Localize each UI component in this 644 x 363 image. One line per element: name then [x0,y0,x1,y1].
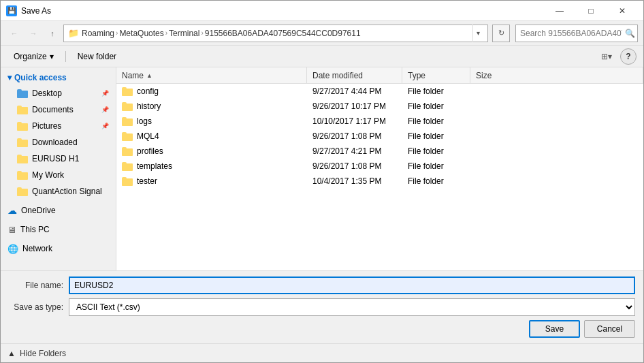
filename-label: File name: [9,281,63,290]
cell-date: 9/26/2017 10:17 PM [308,99,404,114]
sidebar-item-desktop[interactable]: Desktop 📌 [1,85,116,101]
address-dropdown[interactable]: ▾ [472,25,483,42]
sidebar-item-quantaction[interactable]: QuantAction Signal [1,183,116,200]
table-row[interactable]: tester 10/4/2017 1:35 PM File folder [116,174,643,189]
table-row[interactable]: logs 10/10/2017 1:17 PM File folder [116,114,643,129]
file-area: Name ▲ Date modified Type Size config 9/… [116,67,643,270]
folder-icon-small: 📁 [68,28,79,38]
view-arrow: ▾ [608,52,612,61]
sidebar-item-pictures[interactable]: Pictures 📌 [1,118,116,134]
refresh-button[interactable]: ↻ [492,25,510,42]
footer-buttons: Save Cancel [9,320,635,338]
cell-type: File folder [404,144,472,159]
sep1: › [116,29,118,37]
save-button[interactable]: Save [529,320,580,338]
documents-folder-icon [17,106,28,114]
filename-input[interactable] [69,277,635,294]
col-name-label: Name [122,71,144,80]
main-content: ▾ Quick access Desktop 📌 Documents 📌 Pic… [1,67,643,270]
eurusd-folder-icon [17,155,28,163]
sidebar-item-label: EURUSD H1 [32,154,79,163]
minimize-button[interactable]: — [544,1,575,21]
folder-icon [122,117,133,126]
column-date[interactable]: Date modified [307,67,402,83]
sort-arrow: ▲ [146,72,152,79]
help-button[interactable]: ? [620,48,637,65]
folder-icon [122,87,133,96]
close-button[interactable]: ✕ [607,1,638,21]
cell-name: MQL4 [118,129,308,144]
pin-icon: 📌 [101,90,109,97]
toolbar-divider [65,51,66,62]
address-terminal[interactable]: Terminal [169,29,199,38]
cell-size [472,84,642,99]
sidebar-item-downloaded[interactable]: Downloaded [1,134,116,151]
address-roaming[interactable]: Roaming [82,29,114,38]
filetype-label: Save as type: [9,302,63,312]
maximize-button[interactable]: □ [575,1,607,21]
sidebar-item-label: Downloaded [32,138,78,147]
search-box[interactable]: 🔍 [515,25,638,42]
cell-size [472,99,642,114]
forward-button[interactable]: → [25,25,42,42]
save-as-dialog: 💾 Save As — □ ✕ ← → ↑ 📁 Roaming › MetaQu… [0,0,644,363]
search-input[interactable] [520,29,622,38]
sidebar-item-onedrive[interactable]: ☁ OneDrive [1,202,116,219]
desktop-folder-icon [17,89,28,98]
cell-date: 9/26/2017 1:08 PM [308,159,404,174]
organize-label: Organize [14,52,47,61]
address-guid[interactable]: 915566BA06ADA407569C544CC0D97611 [205,29,361,38]
quick-access-label: Quick access [14,73,67,82]
new-folder-button[interactable]: New folder [71,48,123,65]
cell-type: File folder [404,99,472,114]
sidebar-item-label: My Work [32,170,64,180]
sidebar-item-documents[interactable]: Documents 📌 [1,101,116,118]
table-row[interactable]: history 9/26/2017 10:17 PM File folder [116,99,643,114]
col-size-label: Size [476,71,492,80]
cell-size [472,174,642,189]
table-row[interactable]: MQL4 9/26/2017 1:08 PM File folder [116,129,643,144]
cell-type: File folder [404,129,472,144]
sidebar-item-label: QuantAction Signal [32,187,102,196]
navigation-toolbar: ← → ↑ 📁 Roaming › MetaQuotes › Terminal … [1,21,643,46]
filetype-select[interactable]: ASCII Text (*.csv) [69,298,635,316]
cancel-button[interactable]: Cancel [584,320,635,338]
address-parts: Roaming › MetaQuotes › Terminal › 915566… [82,29,470,38]
column-name[interactable]: Name ▲ [116,67,307,83]
cell-type: File folder [404,174,472,189]
view-toggle-button[interactable]: ⊞ ▾ [598,48,615,65]
sidebar-item-eurusd[interactable]: EURUSD H1 [1,151,116,167]
table-row[interactable]: profiles 9/27/2017 4:21 PM File folder [116,144,643,159]
column-size[interactable]: Size [470,67,643,83]
sidebar-item-this-pc[interactable]: 🖥 This PC [1,221,116,238]
cell-size [472,129,642,144]
cell-name: profiles [118,144,308,159]
filetype-row: Save as type: ASCII Text (*.csv) [9,298,635,316]
computer-icon: 🖥 [7,225,16,235]
quick-access-header[interactable]: ▾ Quick access [1,70,116,85]
address-metaquotes[interactable]: MetaQuotes [119,29,163,38]
column-type[interactable]: Type [402,67,470,83]
cell-date: 10/10/2017 1:17 PM [308,114,404,129]
col-date-label: Date modified [312,71,363,80]
sidebar-item-network[interactable]: 🌐 Network [1,240,116,257]
hide-folders-bar[interactable]: ▲ Hide Folders [1,343,643,362]
cell-date: 9/27/2017 4:44 PM [308,84,404,99]
cell-name: tester [118,174,308,189]
organize-button[interactable]: Organize ▾ [7,48,60,65]
table-row[interactable]: config 9/27/2017 4:44 PM File folder [116,84,643,99]
window-icon: 💾 [6,5,17,16]
cell-date: 10/4/2017 1:35 PM [308,174,404,189]
sep2: › [165,29,167,37]
table-row[interactable]: templates 9/26/2017 1:08 PM File folder [116,159,643,174]
cell-size [472,114,642,129]
up-button[interactable]: ↑ [44,25,61,42]
cell-type: File folder [404,114,472,129]
back-button[interactable]: ← [6,25,22,42]
chevron-down-icon: ▾ [7,73,12,82]
sidebar-item-mywork[interactable]: My Work [1,167,116,183]
cell-size [472,144,642,159]
address-bar[interactable]: 📁 Roaming › MetaQuotes › Terminal › 9155… [63,25,488,42]
folder-icon [122,147,133,156]
folder-icon [122,102,133,111]
